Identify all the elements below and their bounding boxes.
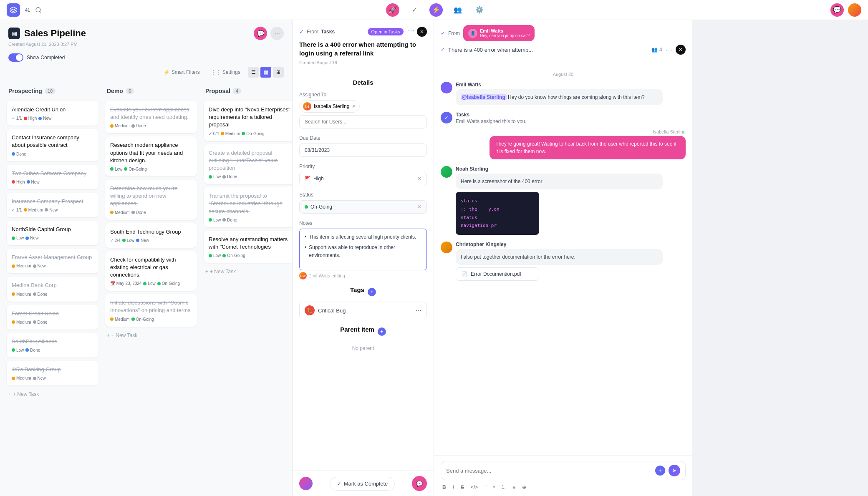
card-insurance-prospect[interactable]: Insurance Company Prospect ✓ 1/1 Medium … (7, 193, 98, 217)
card-compatibility[interactable]: Check for compatibility with existing el… (105, 251, 197, 291)
remove-status-btn[interactable]: ✕ (417, 204, 421, 210)
chat-input[interactable] (446, 468, 652, 474)
board-view-btn[interactable]: ▦ (260, 67, 271, 78)
show-completed-toggle[interactable] (8, 53, 23, 62)
assignee-chip[interactable]: IS Isabella Sterling ✕ (299, 100, 360, 113)
card-northside[interactable]: NorthSide Capitol Group Low New (7, 221, 98, 245)
card-medina[interactable]: Medina Bank Corp Medium Done (7, 277, 98, 301)
chat-participants: 👥 4 (651, 47, 662, 53)
card-frarve[interactable]: Frarve Asset Management Group Medium New (7, 249, 98, 273)
card-nova[interactable]: Dive deep into "Nova Enterprises" requir… (204, 101, 292, 141)
plus-icon: + (205, 269, 208, 274)
message-bubble-christopher: I also put together documentation for th… (456, 249, 663, 265)
more-format-btn[interactable]: ⊕ (520, 483, 528, 491)
card-storbound[interactable]: Transmit the proposal to "Storbound Indu… (204, 187, 292, 227)
task-more-btn[interactable]: ⋯ (408, 27, 414, 37)
status-select[interactable]: On-Going ✕ (299, 200, 427, 214)
settings-btn[interactable]: ⋮⋮ Settings (207, 68, 244, 77)
chat-body: August 20 Emil Watts @Isabella Sterling … (434, 60, 692, 456)
user-avatar[interactable] (848, 3, 861, 17)
message-bubble-noah: Here is a screenshot of the 400 error (456, 174, 663, 189)
chat-more-btn[interactable]: ⋯ (666, 46, 672, 54)
new-task-btn-proposal[interactable]: + + New Task (204, 266, 292, 277)
message-sender-christopher: Christopher Kingsley (456, 242, 686, 247)
strikethrough-btn[interactable]: S (459, 483, 466, 491)
chat-panel: ✓ From 👤 Emil Watts Hey, can you jump on… (434, 20, 692, 496)
chat-close-btn[interactable]: ✕ (676, 45, 686, 55)
card-research[interactable]: Research modern appliance options that f… (105, 136, 197, 176)
card-allendale[interactable]: Allendale Credit Union ✓ 1/1 High New (7, 101, 98, 126)
card-cosmic[interactable]: Initiate discussions with "Cosmic Innova… (105, 294, 197, 326)
numbered-btn[interactable]: 1. (500, 483, 507, 491)
remove-assignee-btn[interactable]: ✕ (352, 103, 356, 109)
task-close-btn[interactable]: ✕ (417, 27, 427, 37)
assigned-to-label: Assigned To (299, 92, 427, 98)
message-avatar-noah (441, 166, 452, 178)
card-determine[interactable]: Determine how much you're willing to spe… (105, 180, 197, 220)
no-parent-label: No parent (299, 341, 427, 355)
nav-check-icon[interactable]: ✓ (408, 3, 421, 17)
card-two-cubes[interactable]: Two Cubes Software Company High New (7, 165, 98, 189)
nav-rocket-icon[interactable]: 🚀 (386, 3, 399, 17)
status-dot (305, 205, 308, 209)
card-forest[interactable]: Forest Credit Union Medium Done (7, 305, 98, 330)
task-chat-btn[interactable]: 💬 (412, 476, 427, 491)
smart-filters-btn[interactable]: ⚡ Smart Filters (160, 68, 203, 77)
notes-editor[interactable]: • This item is affecting several high pr… (299, 229, 427, 270)
open-in-tasks-btn[interactable]: Open in Tasks (368, 28, 404, 35)
file-attachment[interactable]: 📄 Error Documention.pdf (456, 267, 539, 281)
panel-title: Sales Pipeline (24, 28, 86, 39)
chat-from-card[interactable]: 👤 Emil Watts Hey, can you jump on call? (463, 25, 535, 41)
system-message-text: Emil Watts assigned this to you. (456, 118, 527, 124)
priority-label: Priority (299, 164, 427, 169)
message-row-emil: Emil Watts @Isabella Sterling Hey do you… (441, 82, 686, 105)
message-sender-emil: Emil Watts (456, 82, 686, 88)
card-southpark[interactable]: SouthPark Alliance Low Done (7, 333, 98, 358)
add-tag-btn[interactable]: + (368, 288, 376, 296)
priority-select[interactable]: 🚩 High ✕ (299, 172, 427, 185)
new-task-btn-demo[interactable]: + + New Task (105, 330, 197, 341)
card-south-end[interactable]: South End Technology Group ✓ 2/4 Low New (105, 223, 197, 248)
card-insurance-contact[interactable]: Contact Insurance company about possible… (7, 129, 98, 161)
table-btn[interactable]: ≡ (511, 483, 517, 491)
app-logo[interactable] (7, 3, 20, 17)
grid-view-btn[interactable]: ⊞ (273, 67, 284, 78)
list-view-btn[interactable]: ☰ (248, 67, 259, 78)
remove-priority-btn[interactable]: ✕ (417, 176, 421, 181)
nav-people-icon[interactable]: 👥 (451, 3, 464, 17)
bold-btn[interactable]: B (441, 483, 448, 491)
tag-more-btn[interactable]: ⋯ (416, 307, 421, 314)
chat-icon[interactable]: 💬 (830, 3, 844, 17)
message-row-christopher: Christopher Kingsley I also put together… (441, 242, 686, 281)
panel-chat-btn[interactable]: 💬 (254, 27, 267, 40)
mark-complete-btn[interactable]: ✓ Mark as Complete (330, 477, 395, 491)
nav-gear-icon[interactable]: ⚙️ (473, 3, 486, 17)
nav-lightning-icon[interactable]: ⚡ (429, 3, 443, 17)
bullet-btn[interactable]: • (492, 483, 497, 491)
nav-right: 💬 (830, 3, 861, 17)
card-evaluate[interactable]: Evaluate your current appliances and ide… (105, 101, 197, 133)
message-row-noah: Noah Sterling Here is a screenshot of th… (441, 166, 686, 235)
settings-icon: ⋮⋮ (211, 69, 221, 75)
new-task-btn-prospecting[interactable]: + + New Task (7, 389, 98, 400)
tag-chip-critical[interactable]: 🐛 Critical Bug ⋯ (299, 302, 427, 319)
card-45banking[interactable]: 4/5's Banking Group Medium New (7, 361, 98, 385)
user-search-input[interactable] (299, 115, 427, 128)
filter-icon: ⚡ (164, 69, 170, 75)
card-comet[interactable]: Resolve any outstanding matters with "Co… (204, 231, 292, 263)
quote-btn[interactable]: " (483, 483, 488, 491)
card-lunartech[interactable]: Create a detailed proposal outlining "Lu… (204, 144, 292, 184)
column-demo: Demo 6 Evaluate your current appliances … (105, 84, 197, 489)
panel-header: ▦ Sales Pipeline 💬 ⋯ Created August 21, … (0, 20, 292, 50)
chat-title-row: ✓ There is a 400 error when attemp... 👥 … (441, 45, 686, 55)
search-button[interactable] (35, 7, 42, 13)
italic-btn[interactable]: I (451, 483, 456, 491)
add-parent-btn[interactable]: + (378, 327, 386, 336)
message-avatar-christopher (441, 242, 452, 253)
code-btn[interactable]: </> (469, 483, 479, 491)
due-date-input[interactable] (299, 144, 427, 157)
nav-badge[interactable]: 41 (25, 7, 30, 13)
chat-attach-btn[interactable]: + (655, 466, 665, 476)
panel-more-btn[interactable]: ⋯ (270, 27, 284, 40)
chat-send-btn[interactable]: ➤ (669, 465, 680, 476)
